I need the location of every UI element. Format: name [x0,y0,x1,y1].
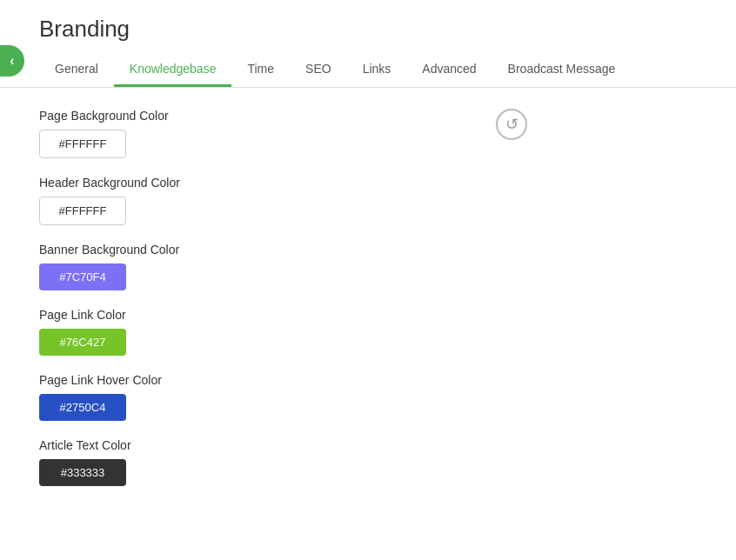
tab-links[interactable]: Links [347,53,407,87]
tab-advanced[interactable]: Advanced [406,53,492,87]
chevron-left-icon: ‹ [10,53,14,69]
tab-bar: GeneralKnowledgebaseTimeSEOLinksAdvanced… [39,53,719,87]
color-field-page-background-color: Page Background Color#FFFFFF [39,109,719,158]
color-label-page-link-color: Page Link Color [39,308,719,322]
color-swatch-page-background-color[interactable]: #FFFFFF [39,130,126,158]
color-field-header-background-color: Header Background Color#FFFFFF [39,176,719,225]
page-header: Branding GeneralKnowledgebaseTimeSEOLink… [0,0,736,88]
tab-time[interactable]: Time [231,53,290,87]
tab-broadcast[interactable]: Broadcast Message [492,53,632,87]
reset-button[interactable]: ↺ [496,109,527,140]
color-field-page-link-hover-color: Page Link Hover Color#2750C4 [39,373,719,421]
color-swatch-page-link-color[interactable]: #76C427 [39,329,126,356]
color-label-page-link-hover-color: Page Link Hover Color [39,373,719,387]
color-swatch-header-background-color[interactable]: #FFFFFF [39,197,126,225]
page-wrapper: ‹ Branding GeneralKnowledgebaseTimeSEOLi… [0,0,736,560]
color-swatch-article-text-color[interactable]: #333333 [39,459,126,486]
color-field-page-link-color: Page Link Color#76C427 [39,308,719,356]
color-field-article-text-color: Article Text Color#333333 [39,438,719,486]
color-field-banner-background-color: Banner Background Color#7C70F4 [39,243,719,290]
content-area: ↺ Page Background Color#FFFFFFHeader Bac… [0,88,736,524]
color-label-page-background-color: Page Background Color [39,109,719,123]
page-title: Branding [39,16,719,43]
color-swatch-banner-background-color[interactable]: #7C70F4 [39,263,126,290]
color-label-article-text-color: Article Text Color [39,438,719,452]
color-label-header-background-color: Header Background Color [39,176,719,190]
tab-seo[interactable]: SEO [290,53,347,87]
color-label-banner-background-color: Banner Background Color [39,243,719,257]
tab-knowledgebase[interactable]: Knowledgebase [114,53,232,87]
tab-general[interactable]: General [39,53,114,87]
reset-icon: ↺ [505,115,519,134]
color-swatch-page-link-hover-color[interactable]: #2750C4 [39,394,126,421]
